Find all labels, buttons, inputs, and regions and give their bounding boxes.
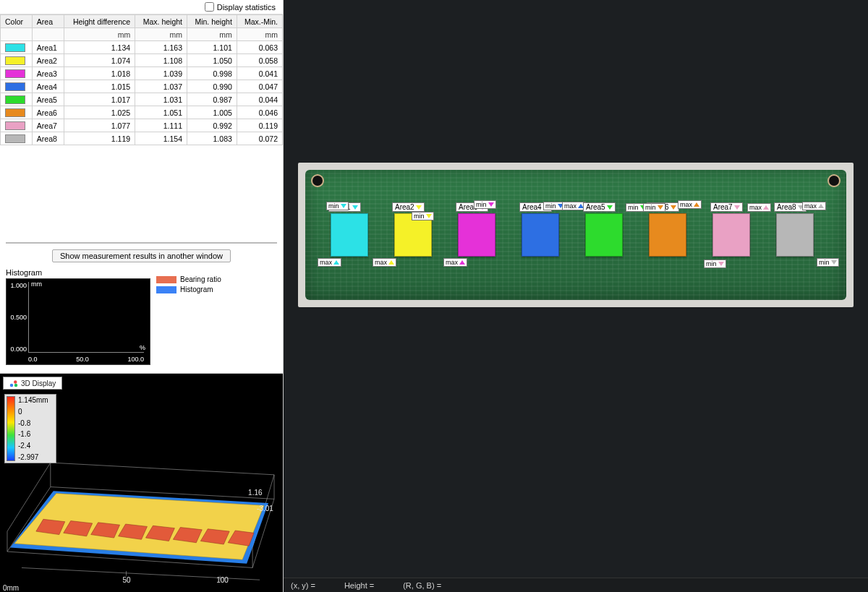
histo-plot-area (28, 282, 144, 353)
histogram-panel: Histogram mm 1.000 0.500 0.000 % 0.0 50.… (0, 265, 283, 374)
measurement-area[interactable]: Area5min (585, 213, 623, 264)
cell-color (1, 93, 33, 106)
svg-line-13 (22, 567, 260, 580)
mounting-hole (829, 176, 839, 186)
triangle-up-icon (763, 205, 769, 210)
unit-max: mm (135, 28, 187, 41)
cell-range: 0.063 (237, 41, 282, 54)
col-min[interactable]: Min. height (187, 15, 237, 28)
table-row[interactable]: Area11.1341.1631.1010.063 (1, 41, 283, 54)
triangle-up-icon (818, 204, 824, 208)
triangle-up-icon (388, 260, 394, 265)
measurement-area[interactable]: Area7minmax (712, 213, 750, 264)
legend-label-histogram: Histogram (180, 286, 213, 293)
area-overlay[interactable]: Area1 (331, 213, 368, 257)
triangle-down-icon (416, 205, 422, 210)
area-overlay[interactable]: Area8 (776, 213, 814, 257)
cell-area-name: Area4 (32, 80, 64, 93)
cell-area-name: Area3 (32, 67, 64, 80)
histogram-plot[interactable]: mm 1.000 0.500 0.000 % 0.0 50.0 100.0 (6, 278, 150, 365)
axis3d-tick: -3.01 (257, 504, 273, 513)
area-overlay[interactable]: Area6 (649, 213, 686, 257)
area-overlay[interactable]: Area4 (522, 213, 559, 257)
cell-hdiff: 1.017 (64, 93, 135, 106)
measurement-area[interactable]: Area8minmax (776, 213, 814, 264)
status-xy: (x, y) = (291, 581, 315, 590)
cell-area-name: Area2 (32, 54, 64, 67)
three-d-display-tab[interactable]: 3D Display (3, 377, 62, 390)
three-d-display-panel[interactable]: 3D Display 1.145mm 0 -0.8 -1.6 -2.4 -2.9… (0, 374, 283, 592)
col-color[interactable]: Color (1, 15, 33, 28)
measurement-area[interactable]: Area2minmax (394, 213, 432, 264)
measurement-area[interactable]: Area3minmax (458, 213, 495, 264)
col-range[interactable]: Max.-Min. (237, 15, 282, 28)
cell-min: 0.987 (187, 93, 237, 106)
units-row: mm mm mm mm (1, 28, 283, 41)
pcb-view[interactable]: Area1minmaxArea2minmaxArea3minmaxArea4mi… (284, 0, 868, 578)
triangle-down-icon (658, 205, 663, 210)
triangle-down-icon (607, 205, 613, 210)
scale-tick: -0.8 (18, 419, 48, 427)
height-color-scale: 1.145mm 0 -0.8 -1.6 -2.4 -2.997 (4, 394, 56, 463)
cell-min: 0.990 (187, 80, 237, 93)
cell-max: 1.108 (135, 54, 187, 67)
histo-unit-pct: % (140, 344, 145, 351)
cell-area-name: Area7 (32, 119, 64, 132)
table-row[interactable]: Area51.0171.0310.9870.044 (1, 93, 283, 106)
cell-min: 1.005 (187, 106, 237, 119)
cell-range: 0.041 (237, 67, 282, 80)
cell-max: 1.031 (135, 93, 187, 106)
unit-min: mm (187, 28, 237, 41)
status-height: Height = (344, 581, 374, 590)
area-overlay-label: Area5 (583, 202, 616, 212)
show-measurement-results-button[interactable]: Show measurement results in another wind… (52, 249, 231, 262)
svg-point-2 (14, 384, 18, 387)
display-statistics-checkbox[interactable] (205, 2, 214, 12)
col-area[interactable]: Area (32, 15, 64, 28)
cell-area-name: Area6 (32, 106, 64, 119)
min-marker: min (704, 259, 726, 268)
measurement-area[interactable]: Area4minmax (522, 213, 559, 264)
cell-color (1, 132, 33, 145)
triangle-down-icon (671, 205, 676, 210)
legend-label-bearing: Bearing ratio (180, 275, 221, 283)
cell-range: 0.044 (237, 93, 282, 106)
table-row[interactable]: Area61.0251.0511.0050.046 (1, 106, 283, 119)
area-overlay-label: Area8 (774, 202, 807, 212)
stats-row: Display statistics (0, 0, 283, 14)
axis3d-tick: 50 (123, 575, 131, 584)
max-marker: max (318, 258, 341, 267)
cell-min: 0.992 (187, 119, 237, 132)
mounting-hole (312, 176, 323, 186)
table-row[interactable]: Area81.1191.1541.0830.072 (1, 132, 283, 145)
area-overlay[interactable]: Area3 (458, 213, 495, 257)
area-overlay[interactable]: Area5 (585, 213, 623, 257)
cell-max: 1.154 (135, 132, 187, 145)
measurement-area[interactable]: Area1minmax (331, 213, 368, 264)
col-max[interactable]: Max. height (135, 15, 187, 28)
triangle-up-icon (333, 260, 339, 265)
three-d-icon (9, 379, 18, 387)
table-row[interactable]: Area21.0741.1081.0500.058 (1, 54, 283, 67)
cell-min: 0.998 (187, 67, 237, 80)
table-row[interactable]: Area41.0151.0370.9900.047 (1, 80, 283, 93)
table-row[interactable]: Area31.0181.0390.9980.041 (1, 67, 283, 80)
area-overlay-label: Area7 (710, 202, 743, 212)
cell-color (1, 106, 33, 119)
max-marker: max (678, 200, 702, 209)
triangle-down-icon (341, 204, 346, 208)
legend-item: Bearing ratio (156, 275, 221, 283)
measurement-area[interactable]: Area6minmax (649, 213, 686, 264)
cell-hdiff: 1.134 (64, 41, 135, 54)
scale-tick: 1.145mm (18, 396, 48, 404)
cell-color (1, 54, 33, 67)
table-row[interactable]: Area71.0771.1110.9920.119 (1, 119, 283, 132)
cell-max: 1.039 (135, 67, 187, 80)
triangle-up-icon (459, 260, 465, 265)
image-viewer-pane[interactable]: Area1minmaxArea2minmaxArea3minmaxArea4mi… (284, 0, 868, 592)
area-overlay[interactable]: Area7 (712, 213, 750, 257)
col-hdiff[interactable]: Height difference (64, 15, 135, 28)
cell-max: 1.051 (135, 106, 187, 119)
empty-panel-spacer (0, 145, 283, 246)
max-marker: max (802, 202, 826, 210)
